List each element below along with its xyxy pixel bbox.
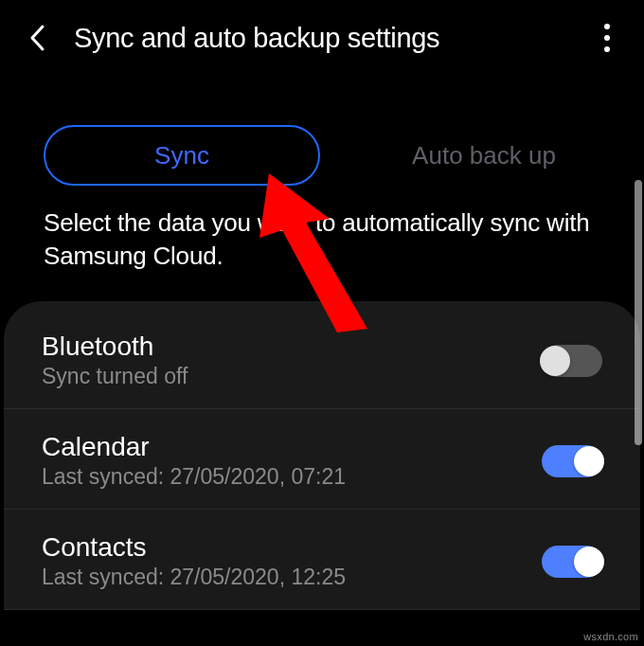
- list-item-calendar[interactable]: Calendar Last synced: 27/05/2020, 07:21: [4, 409, 640, 510]
- overflow-menu-button[interactable]: [593, 24, 621, 52]
- item-subtitle: Last synced: 27/05/2020, 07:21: [42, 464, 542, 490]
- item-subtitle: Sync turned off: [42, 364, 542, 389]
- list-item-text: Calendar Last synced: 27/05/2020, 07:21: [42, 432, 542, 490]
- item-title: Bluetooth: [42, 332, 542, 362]
- page-title: Sync and auto backup settings: [74, 23, 570, 54]
- section-description: Select the data you want to automaticall…: [0, 195, 644, 301]
- scrollbar[interactable]: [635, 180, 642, 445]
- toggle-knob: [574, 547, 604, 577]
- list-item-text: Bluetooth Sync turned off: [42, 332, 542, 389]
- dot-icon: [604, 24, 610, 29]
- sync-items-panel: Bluetooth Sync turned off Calendar Last …: [4, 301, 640, 610]
- dot-icon: [604, 46, 610, 52]
- toggle-contacts[interactable]: [542, 546, 602, 578]
- toggle-calendar[interactable]: [542, 445, 602, 477]
- item-subtitle: Last synced: 27/05/2020, 12:25: [42, 565, 542, 590]
- watermark: wsxdn.com: [583, 631, 638, 642]
- toggle-knob: [540, 346, 570, 376]
- toggle-knob: [574, 446, 604, 476]
- chevron-left-icon: [28, 24, 45, 52]
- tab-auto-back-up[interactable]: Auto back up: [367, 125, 600, 186]
- item-title: Calendar: [42, 432, 542, 462]
- toggle-bluetooth[interactable]: [542, 345, 602, 377]
- dot-icon: [604, 35, 610, 41]
- tab-sync[interactable]: Sync: [44, 125, 320, 186]
- list-item-contacts[interactable]: Contacts Last synced: 27/05/2020, 12:25: [4, 510, 640, 610]
- tabs: Sync Auto back up: [0, 68, 644, 195]
- header: Sync and auto backup settings: [0, 0, 644, 68]
- list-item-text: Contacts Last synced: 27/05/2020, 12:25: [42, 532, 542, 590]
- back-button[interactable]: [23, 19, 51, 57]
- item-title: Contacts: [42, 532, 542, 563]
- list-item-bluetooth[interactable]: Bluetooth Sync turned off: [4, 301, 640, 409]
